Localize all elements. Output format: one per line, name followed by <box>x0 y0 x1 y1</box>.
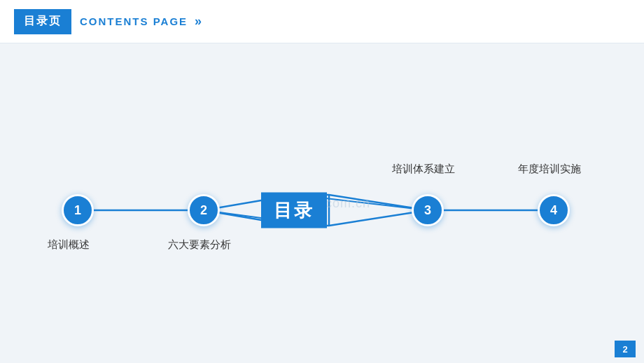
header-title: CONTENTS PAGE <box>80 15 188 27</box>
node-2: 2 <box>188 194 220 226</box>
node-3-number: 3 <box>424 203 431 218</box>
node-1-label: 培训概述 <box>48 238 90 252</box>
node-1: 1 <box>62 194 94 226</box>
center-label: 目录 <box>261 193 327 228</box>
page-number: 2 <box>615 341 636 357</box>
node-2-label: 六大要素分析 <box>168 238 231 252</box>
header-bar: 目录页 CONTENTS PAGE » <box>0 0 644 43</box>
timeline-container: 1 培训概述 2 六大要素分析 目录 3 培训体系建立 4 年度培训实施 <box>35 133 609 287</box>
node-4: 4 <box>538 194 570 226</box>
node-3: 3 <box>412 194 444 226</box>
main-content: www.zi .com.cn <box>0 43 644 363</box>
node-4-number: 4 <box>550 203 557 218</box>
node-3-label: 培训体系建立 <box>392 163 455 176</box>
header-accent: 目录页 <box>14 9 71 34</box>
node-2-number: 2 <box>200 203 207 218</box>
header-accent-text: 目录页 <box>24 14 62 29</box>
node-4-label: 年度培训实施 <box>518 163 581 176</box>
node-1-number: 1 <box>74 203 81 218</box>
header-chevron-icon: » <box>195 14 199 29</box>
